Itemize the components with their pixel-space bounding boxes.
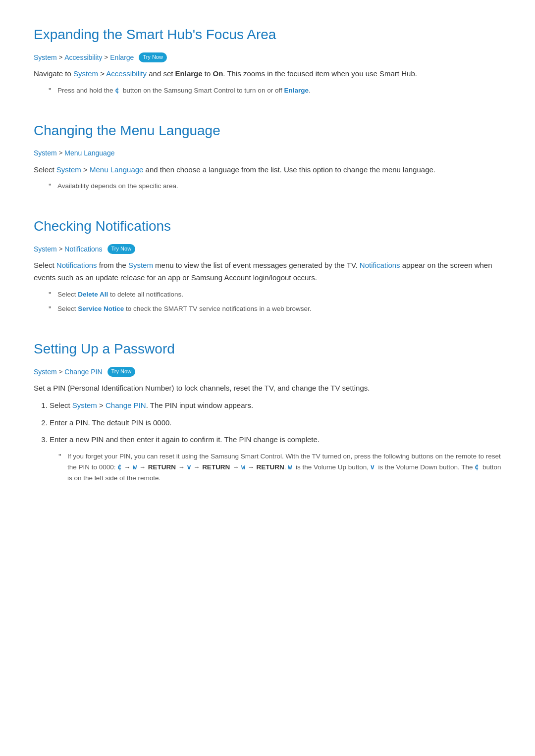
- inline-service-notice: Service Notice: [78, 305, 124, 312]
- inline-system-5: System: [72, 401, 97, 409]
- arrow-4: →: [193, 463, 200, 471]
- try-now-badge-1[interactable]: Try Now: [139, 52, 167, 62]
- breadcrumb-system-2: System: [34, 148, 57, 158]
- inline-return-3: RETURN: [257, 463, 284, 471]
- arrow-3: →: [178, 463, 185, 471]
- note-notifications-1: Select Delete All to delete all notifica…: [57, 289, 501, 300]
- section-title-expanding: Expanding the Smart Hub's Focus Area: [34, 24, 501, 46]
- arrow-1: →: [124, 463, 130, 471]
- section-expanding-smart-hub: Expanding the Smart Hub's Focus Area Sys…: [34, 24, 501, 96]
- inline-system-2: System: [56, 165, 81, 174]
- chevron-icon-4: >: [59, 244, 63, 254]
- breadcrumb-accessibility: Accessibility: [64, 52, 102, 63]
- inline-v-1: v: [187, 463, 191, 471]
- section-changing-language: Changing the Menu Language System > Menu…: [34, 120, 501, 192]
- section-title-notifications: Checking Notifications: [34, 215, 501, 238]
- breadcrumb-system-1: System: [34, 52, 57, 63]
- arrow-2: →: [139, 463, 146, 471]
- note-password-1: If you forget your PIN, you can reset it…: [67, 451, 501, 483]
- arrow-6: →: [248, 463, 254, 471]
- breadcrumb-enlarge: Enlarge: [110, 52, 134, 63]
- inline-c-button-1: ¢: [115, 86, 119, 94]
- breadcrumb-system-3: System: [34, 244, 57, 254]
- breadcrumb-menu-language: Menu Language: [64, 148, 114, 158]
- chevron-icon-1: >: [59, 52, 63, 63]
- inline-accessibility: Accessibility: [106, 69, 147, 78]
- password-step-2: Enter a PIN. The default PIN is 0000.: [50, 417, 501, 429]
- breadcrumb-expanding: System > Accessibility > Enlarge Try Now: [34, 52, 501, 63]
- password-step-1: Select System > Change PIN. The PIN inpu…: [50, 400, 501, 412]
- section-notifications: Checking Notifications System > Notifica…: [34, 215, 501, 314]
- inline-c-1: ¢: [117, 463, 121, 471]
- note-notifications-2: Select Service Notice to check the SMART…: [57, 303, 501, 314]
- inline-return-1: RETURN: [148, 463, 176, 471]
- breadcrumb-language: System > Menu Language: [34, 148, 501, 158]
- try-now-badge-3[interactable]: Try Now: [107, 367, 136, 377]
- inline-system-3: System: [128, 261, 153, 269]
- body-text-password: Set a PIN (Personal Identification Numbe…: [34, 382, 501, 395]
- password-step-3: Enter a new PIN and then enter it again …: [50, 434, 501, 446]
- note-language-1: Availability depends on the specific are…: [57, 181, 501, 192]
- inline-enlarge-2: Enlarge: [284, 87, 309, 94]
- inline-return-2: RETURN: [202, 463, 230, 471]
- inline-notifications-1: Notifications: [56, 261, 97, 269]
- arrow-5: →: [232, 463, 239, 471]
- body-text-language: Select System > Menu Language and then c…: [34, 164, 501, 176]
- password-steps-list: Select System > Change PIN. The PIN inpu…: [50, 400, 501, 446]
- breadcrumb-notifications: System > Notifications Try Now: [34, 244, 501, 254]
- chevron-icon-2: >: [105, 52, 108, 63]
- breadcrumb-change-pin: Change PIN: [64, 366, 102, 377]
- breadcrumb-password: System > Change PIN Try Now: [34, 366, 501, 377]
- section-title-password: Setting Up a Password: [34, 338, 501, 360]
- inline-system-1: System: [73, 69, 98, 78]
- section-password: Setting Up a Password System > Change PI…: [34, 338, 501, 483]
- inline-notifications-2: Notifications: [360, 261, 400, 269]
- breadcrumb-notifications-link: Notifications: [64, 244, 102, 254]
- body-text-expanding: Navigate to System > Accessibility and s…: [34, 68, 501, 80]
- note-expanding-1: Press and hold the ¢ button on the Samsu…: [57, 85, 501, 96]
- inline-v-2: v: [371, 463, 374, 471]
- breadcrumb-system-4: System: [34, 366, 57, 377]
- section-title-language: Changing the Menu Language: [34, 120, 501, 142]
- inline-delete-all: Delete All: [78, 291, 108, 298]
- inline-menu-language: Menu Language: [90, 165, 143, 174]
- chevron-icon-3: >: [59, 148, 63, 158]
- inline-c-2: ¢: [475, 463, 479, 471]
- inline-w-1: w: [133, 463, 137, 471]
- try-now-badge-2[interactable]: Try Now: [107, 244, 136, 254]
- chevron-icon-5: >: [59, 367, 63, 377]
- inline-enlarge-1: Enlarge: [175, 69, 203, 78]
- inline-w-2: w: [241, 463, 245, 471]
- inline-change-pin-1: Change PIN: [106, 401, 146, 409]
- inline-w-3: w: [288, 463, 292, 471]
- inline-on: On: [213, 69, 223, 78]
- body-text-notifications: Select Notifications from the System men…: [34, 259, 501, 284]
